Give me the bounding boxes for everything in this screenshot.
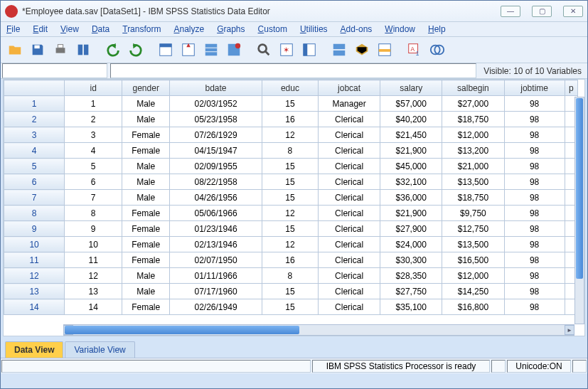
row-header[interactable]: 14 — [4, 299, 65, 315]
cell-salary[interactable]: $40,200 — [380, 112, 442, 127]
cell-salary[interactable]: $21,900 — [380, 143, 442, 159]
run-icon[interactable] — [224, 40, 244, 60]
cell-educ[interactable]: 16 — [262, 252, 318, 268]
cell-id[interactable]: 10 — [65, 237, 122, 252]
cell-jobcat[interactable]: Clerical — [318, 112, 380, 127]
cell-salary[interactable]: $27,900 — [380, 221, 442, 237]
cell-bdate[interactable]: 05/06/1966 — [170, 206, 262, 221]
cell-id[interactable]: 13 — [65, 284, 122, 299]
cell-salbegin[interactable]: $14,250 — [442, 284, 504, 299]
menu-help[interactable]: Help — [428, 24, 446, 34]
cell-jobcat[interactable]: Clerical — [318, 174, 380, 190]
cell-bdate[interactable]: 02/03/1952 — [170, 96, 262, 112]
cell-jobcat[interactable]: Clerical — [318, 284, 380, 299]
find-icon[interactable] — [254, 40, 274, 60]
cell-jobtime[interactable]: 98 — [504, 112, 565, 127]
cell-salary[interactable]: $45,000 — [380, 159, 442, 174]
tab-data-view[interactable]: Data View — [5, 341, 63, 358]
cell-salbegin[interactable]: $13,500 — [442, 174, 504, 190]
cell-id[interactable]: 2 — [65, 112, 122, 127]
col-header-salbegin[interactable]: salbegin — [442, 80, 504, 96]
cell-jobtime[interactable]: 98 — [504, 221, 565, 237]
cell-gender[interactable]: Female — [122, 127, 170, 143]
cell-jobtime[interactable]: 98 — [504, 284, 565, 299]
row-header[interactable]: 10 — [4, 237, 65, 252]
cell-jobtime[interactable]: 98 — [504, 96, 565, 112]
cell-id[interactable]: 4 — [65, 143, 122, 159]
cell-bdate[interactable]: 02/26/1949 — [170, 299, 262, 315]
menu-graphs[interactable]: Graphs — [217, 24, 245, 34]
weight-icon[interactable] — [352, 40, 372, 60]
undo-icon[interactable] — [103, 40, 123, 60]
cell-jobcat[interactable]: Clerical — [318, 237, 380, 252]
cell-bdate[interactable]: 02/09/1955 — [170, 159, 262, 174]
save-icon[interactable] — [28, 40, 48, 60]
cell-salary[interactable]: $21,450 — [380, 127, 442, 143]
cell-gender[interactable]: Male — [122, 112, 170, 127]
horizontal-scrollbar[interactable]: ◄ ► — [63, 324, 574, 336]
col-header-id[interactable]: id — [65, 80, 122, 96]
cell-gender[interactable]: Male — [122, 159, 170, 174]
cell-salary[interactable]: $36,000 — [380, 190, 442, 206]
cell-id[interactable]: 6 — [65, 174, 122, 190]
cell-id[interactable]: 1 — [65, 96, 122, 112]
cell-jobtime[interactable]: 98 — [504, 299, 565, 315]
row-header[interactable]: 5 — [4, 159, 65, 174]
cell-gender[interactable]: Male — [122, 284, 170, 299]
menu-add-ons[interactable]: Add-ons — [341, 24, 373, 34]
menu-analyze[interactable]: Analyze — [173, 24, 204, 34]
menu-data[interactable]: Data — [92, 24, 109, 34]
cell-salary[interactable]: $27,750 — [380, 284, 442, 299]
cell-id[interactable]: 3 — [65, 127, 122, 143]
cell-bdate[interactable]: 01/11/1966 — [170, 268, 262, 284]
cell-bdate[interactable]: 05/23/1958 — [170, 112, 262, 127]
cell-salary[interactable]: $30,300 — [380, 252, 442, 268]
cell-jobtime[interactable]: 98 — [504, 190, 565, 206]
cell-jobtime[interactable]: 98 — [504, 127, 565, 143]
menu-utilities[interactable]: Utilities — [300, 24, 328, 34]
use-sets-icon[interactable] — [427, 40, 447, 60]
cell-educ[interactable]: 16 — [262, 112, 318, 127]
cell-bdate[interactable]: 02/13/1946 — [170, 237, 262, 252]
cell-salbegin[interactable]: $12,000 — [442, 127, 504, 143]
cell-jobcat[interactable]: Clerical — [318, 299, 380, 315]
cell-salbegin[interactable]: $12,750 — [442, 221, 504, 237]
cell-jobtime[interactable]: 98 — [504, 252, 565, 268]
cell-educ[interactable]: 8 — [262, 143, 318, 159]
col-header-p[interactable]: p — [565, 80, 577, 96]
cell-salbegin[interactable]: $27,000 — [442, 96, 504, 112]
menu-edit[interactable]: Edit — [33, 24, 48, 34]
cell-educ[interactable]: 12 — [262, 237, 318, 252]
redo-icon[interactable] — [126, 40, 146, 60]
cell-jobcat[interactable]: Clerical — [318, 159, 380, 174]
cell-salbegin[interactable]: $16,800 — [442, 299, 504, 315]
cell-gender[interactable]: Male — [122, 96, 170, 112]
insert-case-icon[interactable]: ✶ — [277, 40, 296, 60]
cell-educ[interactable]: 12 — [262, 206, 318, 221]
cell-salbegin[interactable]: $13,200 — [442, 143, 504, 159]
row-header[interactable]: 12 — [4, 268, 65, 284]
cell-gender[interactable]: Female — [122, 143, 170, 159]
cell-gender[interactable]: Female — [122, 221, 170, 237]
variables-icon[interactable] — [201, 40, 221, 60]
cell-jobtime[interactable]: 98 — [504, 159, 565, 174]
value-labels-icon[interactable]: A1 — [405, 40, 424, 60]
goto-case-icon[interactable] — [156, 40, 176, 60]
insert-var-icon[interactable] — [299, 40, 319, 60]
cell-id[interactable]: 14 — [65, 299, 122, 315]
cell-salbegin[interactable]: $16,500 — [442, 252, 504, 268]
split-icon[interactable] — [329, 40, 349, 60]
cell-educ[interactable]: 15 — [262, 284, 318, 299]
cell-jobtime[interactable]: 98 — [504, 143, 565, 159]
cell-id[interactable]: 5 — [65, 159, 122, 174]
scroll-thumb[interactable] — [65, 326, 299, 334]
recall-icon[interactable] — [73, 40, 93, 60]
cell-gender[interactable]: Female — [122, 252, 170, 268]
cell-jobcat[interactable]: Clerical — [318, 252, 380, 268]
cell-salary[interactable]: $32,100 — [380, 174, 442, 190]
menu-file[interactable]: File — [6, 24, 20, 34]
select-icon[interactable] — [375, 40, 395, 60]
cell-educ[interactable]: 12 — [262, 127, 318, 143]
cell-educ[interactable]: 15 — [262, 96, 318, 112]
cell-salary[interactable]: $28,350 — [380, 268, 442, 284]
